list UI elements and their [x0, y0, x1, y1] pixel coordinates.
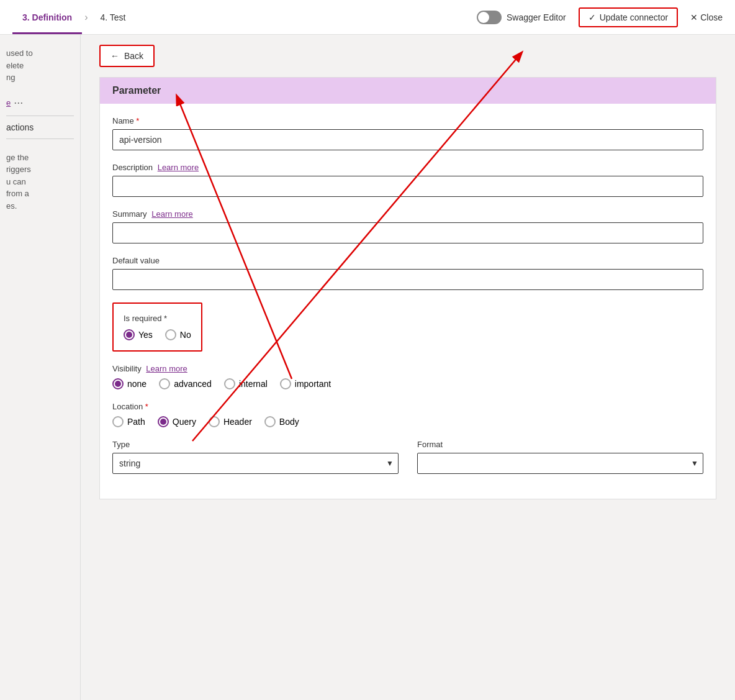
close-button[interactable]: ✕ Close [690, 12, 723, 22]
check-icon: ✓ [588, 12, 596, 22]
update-connector-button[interactable]: ✓ Update connector [579, 7, 679, 27]
type-format-row: Type string integer boolean number array… [112, 440, 703, 474]
vis-important-circle[interactable] [280, 378, 291, 389]
vis-none-circle[interactable] [112, 378, 124, 389]
update-connector-label: Update connector [600, 12, 669, 22]
summary-learn-more[interactable]: Learn more [151, 209, 192, 219]
back-label: Back [124, 51, 143, 61]
vis-important[interactable]: important [280, 378, 331, 389]
is-required-radio-group: Yes No [124, 329, 191, 340]
description-input[interactable] [112, 176, 703, 197]
loc-query[interactable]: Query [158, 416, 196, 427]
summary-label: Summary Learn more [112, 209, 703, 219]
close-label: Close [700, 12, 723, 22]
back-arrow-icon: ← [110, 51, 119, 61]
loc-body-label: Body [279, 417, 299, 427]
vis-internal-label: internal [239, 379, 268, 389]
sidebar-divider [6, 116, 74, 116]
name-input[interactable] [112, 129, 703, 150]
summary-input[interactable] [112, 222, 703, 243]
loc-path-label: Path [127, 417, 145, 427]
description-label: Description Learn more [112, 163, 703, 172]
radio-yes-circle[interactable] [124, 329, 135, 340]
visibility-label: Visibility Learn more [112, 364, 703, 373]
tab-test-label: 4. Test [100, 12, 125, 22]
location-label: Location * [112, 402, 703, 411]
visibility-options: none advanced internal important [112, 378, 703, 389]
content-area: ← Back Parameter Name * [81, 35, 735, 700]
radio-no[interactable]: No [165, 329, 191, 340]
is-required-star: * [164, 314, 167, 323]
main-layout: used to elete ng e ··· actions ge the ri… [0, 35, 735, 700]
back-button[interactable]: ← Back [99, 45, 155, 67]
sidebar-bottom-text: ge the riggers u can from a es. [6, 152, 74, 212]
toggle-thumb [478, 12, 489, 23]
tab-definition-label: 3. Definition [22, 12, 72, 22]
default-value-label: Default value [112, 256, 703, 265]
type-select-wrapper: string integer boolean number array obje… [112, 453, 399, 474]
name-label: Name * [112, 116, 703, 125]
sidebar-actions-label: actions [6, 122, 74, 132]
description-group: Description Learn more [112, 163, 703, 197]
vis-internal[interactable]: internal [224, 378, 268, 389]
format-select-wrapper: date date-time password byte binary ▼ [417, 453, 703, 474]
loc-body-circle[interactable] [264, 416, 276, 427]
vis-advanced-label: advanced [174, 379, 212, 389]
sidebar: used to elete ng e ··· actions ge the ri… [0, 35, 81, 700]
type-col: Type string integer boolean number array… [112, 440, 399, 474]
location-required-star: * [145, 402, 148, 411]
sidebar-divider2 [6, 139, 74, 139]
loc-header-circle[interactable] [209, 416, 220, 427]
parameter-panel: Parameter Name * Description Learn more [99, 77, 716, 499]
sidebar-text1: used to elete ng [6, 47, 74, 84]
is-required-box: Is required * Yes No [112, 302, 202, 352]
swagger-toggle-group: Swagger Editor [477, 11, 566, 24]
description-learn-more[interactable]: Learn more [158, 163, 199, 172]
loc-query-circle[interactable] [158, 416, 169, 427]
radio-yes[interactable]: Yes [124, 329, 153, 340]
back-area: ← Back [81, 35, 735, 77]
is-required-label: Is required * [124, 314, 191, 323]
parameter-body: Name * Description Learn more [100, 104, 716, 499]
type-select[interactable]: string integer boolean number array obje… [112, 453, 399, 474]
vis-internal-circle[interactable] [224, 378, 235, 389]
format-col: Format date date-time password byte bina… [417, 440, 703, 474]
format-label: Format [417, 440, 703, 449]
vis-none-label: none [127, 379, 147, 389]
sidebar-dots[interactable]: ··· [14, 96, 23, 109]
loc-query-label: Query [173, 417, 196, 427]
swagger-editor-toggle[interactable] [477, 11, 502, 24]
swagger-editor-label: Swagger Editor [507, 12, 566, 22]
default-value-input[interactable] [112, 269, 703, 290]
top-bar-right: Swagger Editor ✓ Update connector ✕ Clos… [477, 7, 723, 27]
location-group: Location * Path Query [112, 402, 703, 427]
sidebar-link[interactable]: e [6, 98, 11, 107]
parameter-header-label: Parameter [112, 85, 161, 96]
loc-path[interactable]: Path [112, 416, 145, 427]
loc-header-label: Header [223, 417, 252, 427]
vis-none[interactable]: none [112, 378, 147, 389]
close-icon: ✕ [690, 12, 698, 22]
visibility-learn-more[interactable]: Learn more [146, 364, 187, 373]
vis-advanced[interactable]: advanced [159, 378, 212, 389]
summary-group: Summary Learn more [112, 209, 703, 243]
location-options: Path Query Header Body [112, 416, 703, 427]
loc-path-circle[interactable] [112, 416, 124, 427]
radio-no-label: No [180, 330, 191, 340]
tab-definition[interactable]: 3. Definition [12, 0, 82, 34]
type-label: Type [112, 440, 399, 449]
parameter-header: Parameter [100, 78, 716, 104]
tab-separator: › [84, 12, 88, 23]
name-group: Name * [112, 116, 703, 150]
loc-header[interactable]: Header [209, 416, 252, 427]
tab-test[interactable]: 4. Test [90, 0, 135, 34]
loc-body[interactable]: Body [264, 416, 299, 427]
format-select[interactable]: date date-time password byte binary [417, 453, 703, 474]
vis-important-label: important [295, 379, 331, 389]
default-value-group: Default value [112, 256, 703, 290]
visibility-group: Visibility Learn more none advanced [112, 364, 703, 389]
vis-advanced-circle[interactable] [159, 378, 170, 389]
radio-yes-label: Yes [138, 330, 153, 340]
radio-no-circle[interactable] [165, 329, 176, 340]
name-required-star: * [136, 116, 139, 125]
